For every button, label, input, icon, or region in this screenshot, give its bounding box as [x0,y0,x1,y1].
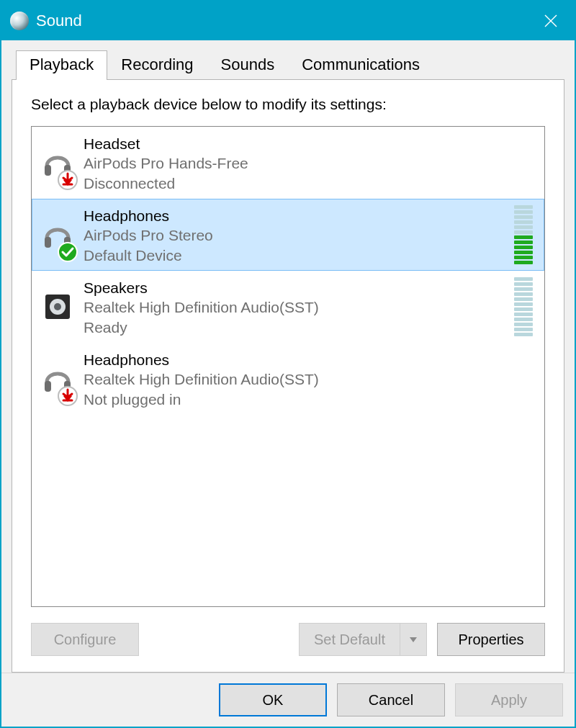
svg-point-8 [58,243,77,261]
device-icon-wrap [37,205,78,265]
vu-bar [514,313,533,316]
dialog-footer: OK Cancel Apply [1,673,575,727]
device-status: Disconnected [84,174,536,193]
vu-bar [514,225,533,229]
vu-meter [514,277,536,336]
set-default-split-button[interactable]: Set Default [299,623,427,656]
tab-recording[interactable]: Recording [107,50,207,80]
device-icon-wrap [37,132,78,193]
tabpanel-playback: Select a playback device below to modify… [12,79,564,673]
svg-marker-16 [410,637,417,642]
close-button[interactable] [527,1,575,40]
device-detail: Realtek High Definition Audio(SST) [84,297,514,317]
device-text: Headphones Realtek High Definition Audio… [78,349,536,409]
device-status: Default Device [84,246,514,265]
configure-button[interactable]: Configure [31,623,139,656]
instruction-text: Select a playback device below to modify… [31,96,545,113]
vu-bar [514,323,533,326]
ok-button[interactable]: OK [219,683,327,716]
vu-bar [514,230,533,234]
vu-bar [514,282,533,286]
device-text: Speakers Realtek High Definition Audio(S… [78,277,514,337]
tab-playback[interactable]: Playback [16,50,107,80]
vu-bar [514,256,533,259]
vu-bar [514,318,533,321]
set-default-dropdown[interactable] [400,623,427,656]
panel-button-row: Configure Set Default Properties [31,623,545,656]
chevron-down-icon [408,634,418,644]
device-row[interactable]: Headphones Realtek High Definition Audio… [32,343,544,415]
device-detail: Realtek High Definition Audio(SST) [84,369,536,389]
device-list[interactable]: Headset AirPods Pro Hands-Free Disconnec… [31,126,545,607]
vu-bar [514,210,533,214]
svg-rect-2 [45,165,51,176]
vu-bar [514,328,533,331]
device-text: Headset AirPods Pro Hands-Free Disconnec… [78,132,536,193]
apply-button[interactable]: Apply [455,683,563,716]
vu-bar [514,215,533,219]
vu-bar [514,246,533,249]
titlebar: Sound [1,1,575,40]
device-title: Headphones [84,206,514,225]
device-detail: AirPods Pro Hands-Free [84,153,536,173]
vu-bar [514,261,533,264]
device-detail: AirPods Pro Stereo [84,225,514,245]
device-icon-wrap [37,277,78,337]
vu-bar [514,251,533,254]
device-row[interactable]: Headphones AirPods Pro Stereo Default De… [32,199,544,271]
tab-sounds[interactable]: Sounds [207,50,289,80]
client-area: Playback Recording Sounds Communications… [1,40,575,673]
vu-bar [514,302,533,306]
vu-bar [514,235,533,239]
device-icon-wrap [37,349,78,409]
svg-rect-12 [45,381,51,392]
speaker-icon [41,290,74,323]
device-row[interactable]: Headset AirPods Pro Hands-Free Disconnec… [32,127,544,199]
vu-bar [514,287,533,291]
properties-button[interactable]: Properties [437,623,545,656]
close-icon [544,14,558,28]
device-text: Headphones AirPods Pro Stereo Default De… [78,205,514,265]
device-row[interactable]: Speakers Realtek High Definition Audio(S… [32,271,544,343]
sound-app-icon [10,12,29,30]
svg-point-11 [54,303,61,310]
vu-bar [514,307,533,311]
tab-communications[interactable]: Communications [288,50,433,80]
tabstrip: Playback Recording Sounds Communications [12,50,564,80]
vu-bar [514,220,533,224]
device-title: Speakers [84,278,514,297]
vu-bar [514,241,533,244]
svg-rect-6 [45,237,51,248]
vu-bar [514,277,533,281]
cancel-button[interactable]: Cancel [337,683,445,716]
vu-bar [514,297,533,301]
device-status: Ready [84,318,514,337]
disconnected-badge-icon [58,386,78,406]
sound-dialog: Sound Playback Recording Sounds Communic… [0,0,576,728]
vu-meter [514,205,536,264]
vu-bar [514,205,533,209]
disconnected-badge-icon [58,170,78,190]
device-title: Headset [84,134,536,153]
set-default-button[interactable]: Set Default [299,623,400,656]
device-title: Headphones [84,350,536,369]
vu-bar [514,292,533,296]
window-title: Sound [36,12,82,30]
check-badge-icon [58,242,78,262]
vu-bar [514,333,533,336]
device-status: Not plugged in [84,390,536,409]
